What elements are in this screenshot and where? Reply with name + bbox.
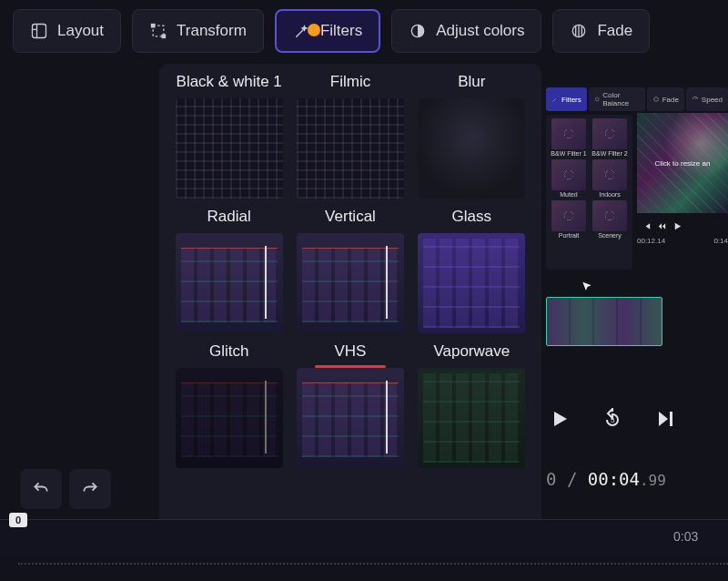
filter-vertical[interactable]: Vertical [293, 208, 407, 333]
mini-tab-filters[interactable]: Filters [546, 87, 587, 111]
filter-label: Black & white 1 [177, 73, 282, 93]
mini-filter-item[interactable]: Portrait [550, 200, 588, 239]
layout-button[interactable]: Layout [13, 9, 121, 53]
filter-label: Radial [207, 208, 251, 228]
video-preview[interactable]: Click to resize an [637, 113, 728, 213]
filter-vaporwave[interactable]: Vaporwave [415, 342, 529, 468]
filter-vhs[interactable]: VHS [293, 342, 407, 468]
mini-filters-panel: B&W Filter 1 B&W Filter 2 Muted Indoors … [546, 115, 632, 270]
filter-thumb [418, 233, 525, 333]
timecode: 0 / 00:04.99 [546, 469, 666, 489]
preview-area: Filters Color Balance Fade Speed B&W Fil… [546, 87, 728, 397]
filter-label: Blur [458, 73, 485, 93]
svg-text:5: 5 [611, 416, 615, 424]
half-circle-icon [409, 22, 427, 40]
editor-toolbar: Layout Transform Filters Adjust colors F… [0, 0, 728, 62]
skip-back-icon[interactable] [642, 219, 652, 235]
layout-label: Layout [57, 22, 104, 40]
filter-label: Vertical [325, 208, 376, 228]
filter-glitch[interactable]: Glitch [172, 342, 286, 468]
ruler-label: 0:03 [673, 529, 698, 544]
timeline-track-line [18, 563, 728, 565]
playhead-marker[interactable]: 0 [9, 513, 27, 527]
skip-forward-button[interactable] [652, 405, 679, 433]
mini-tabs: Filters Color Balance Fade Speed [546, 87, 728, 111]
transform-icon [149, 22, 167, 40]
skip-back-5-button[interactable]: 5 [599, 405, 626, 433]
adjust-colors-label: Adjust colors [436, 22, 524, 40]
cursor-icon [581, 280, 593, 293]
transform-button[interactable]: Transform [132, 9, 264, 53]
play-icon[interactable] [672, 219, 682, 235]
svg-rect-2 [152, 25, 155, 27]
play-button[interactable] [546, 405, 573, 433]
filter-thumb [297, 233, 404, 333]
filter-bw1[interactable]: Black & white 1 [172, 73, 286, 199]
filter-label: Vaporwave [433, 342, 510, 362]
filter-thumb [418, 98, 525, 199]
mini-filter-item[interactable]: Scenery [591, 200, 629, 239]
fade-label: Fade [597, 22, 632, 40]
redo-button[interactable] [69, 469, 111, 509]
filter-radial[interactable]: Radial [172, 208, 286, 333]
mini-filter-item[interactable]: B&W Filter 2 [591, 118, 629, 157]
timeline-clip[interactable] [546, 297, 662, 346]
fade-button[interactable]: Fade [552, 9, 650, 53]
mini-tab-speed[interactable]: Speed [686, 87, 728, 111]
filter-thumb [176, 368, 283, 468]
filter-thumb [297, 368, 404, 468]
rewind-icon[interactable] [657, 219, 667, 235]
mini-filter-item[interactable]: Indoors [591, 159, 629, 198]
svg-rect-3 [162, 35, 165, 37]
svg-point-6 [595, 97, 599, 101]
mini-filter-item[interactable]: B&W Filter 1 [550, 118, 588, 157]
layout-icon [30, 22, 48, 40]
undo-redo [20, 469, 111, 509]
filter-glass[interactable]: Glass [415, 208, 529, 333]
filters-scroll[interactable]: Black & white 1 Filmic Blur Radial Verti… [172, 73, 534, 533]
video-hint: Click to resize an [637, 159, 728, 168]
svg-rect-0 [33, 25, 46, 38]
transform-label: Transform [177, 22, 247, 40]
undo-button[interactable] [20, 469, 62, 509]
filter-thumb [176, 233, 283, 333]
playback-controls: 5 [546, 405, 679, 433]
mini-tab-fade[interactable]: Fade [647, 87, 684, 111]
filter-blur[interactable]: Blur [415, 73, 529, 199]
filter-filmic[interactable]: Filmic [293, 73, 407, 199]
svg-point-7 [653, 97, 658, 102]
filter-thumb [176, 98, 283, 199]
mini-playback [642, 219, 682, 235]
filter-label: Filmic [330, 73, 370, 93]
filter-label: Glass [452, 208, 491, 228]
fade-icon [570, 22, 588, 40]
filter-label: VHS [335, 342, 367, 362]
mini-times: 00:12.14 0:14 [637, 237, 728, 245]
mini-filter-item[interactable]: Muted [550, 159, 588, 198]
filter-label: Glitch [209, 342, 248, 362]
filters-label: Filters [320, 22, 362, 40]
filters-panel: Black & white 1 Filmic Blur Radial Verti… [159, 64, 541, 542]
filters-button[interactable]: Filters [275, 9, 380, 53]
timeline-ruler[interactable]: 0 0:03 [0, 519, 728, 556]
filter-thumb [418, 368, 525, 468]
adjust-colors-button[interactable]: Adjust colors [391, 9, 541, 53]
highlight-marker [308, 24, 320, 36]
mini-tab-color-balance[interactable]: Color Balance [589, 87, 645, 111]
filter-thumb [297, 98, 404, 199]
